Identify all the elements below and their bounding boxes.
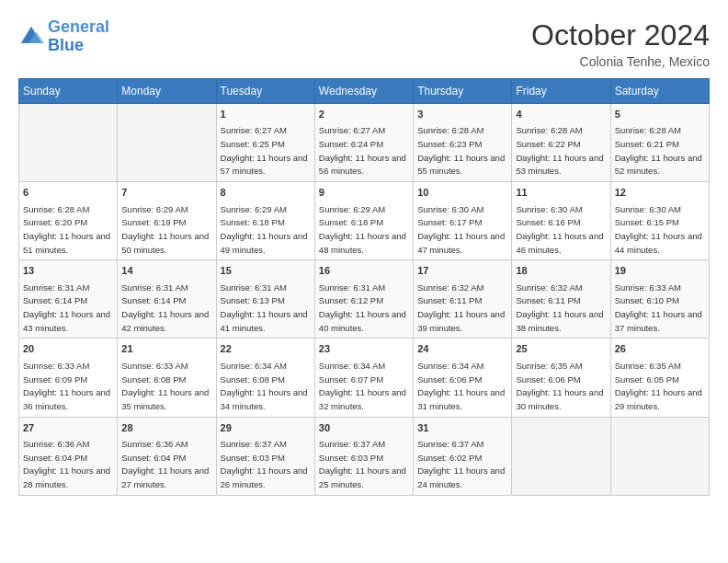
day-info: Sunrise: 6:37 AMSunset: 6:03 PMDaylight:… bbox=[319, 439, 406, 489]
day-info: Sunrise: 6:32 AMSunset: 6:11 PMDaylight:… bbox=[417, 282, 505, 333]
day-number: 31 bbox=[417, 421, 507, 435]
day-info: Sunrise: 6:30 AMSunset: 6:15 PMDaylight:… bbox=[615, 204, 702, 255]
calendar-cell: 10Sunrise: 6:30 AMSunset: 6:17 PMDayligh… bbox=[414, 182, 512, 260]
calendar-week-row: 20Sunrise: 6:33 AMSunset: 6:09 PMDayligh… bbox=[19, 339, 710, 417]
calendar-week-row: 13Sunrise: 6:31 AMSunset: 6:14 PMDayligh… bbox=[19, 260, 710, 339]
day-number: 15 bbox=[221, 264, 311, 278]
calendar-cell: 18Sunrise: 6:32 AMSunset: 6:11 PMDayligh… bbox=[512, 260, 610, 339]
calendar-cell: 5Sunrise: 6:28 AMSunset: 6:21 PMDaylight… bbox=[610, 104, 709, 182]
day-number: 20 bbox=[23, 342, 113, 356]
day-number: 27 bbox=[23, 421, 113, 435]
day-number: 24 bbox=[417, 342, 507, 356]
calendar-cell: 17Sunrise: 6:32 AMSunset: 6:11 PMDayligh… bbox=[414, 260, 512, 339]
calendar-cell: 6Sunrise: 6:28 AMSunset: 6:20 PMDaylight… bbox=[19, 182, 118, 260]
title-area: October 2024 Colonia Tenhe, Mexico bbox=[531, 18, 710, 69]
day-info: Sunrise: 6:28 AMSunset: 6:21 PMDaylight:… bbox=[615, 125, 702, 176]
calendar-cell: 26Sunrise: 6:35 AMSunset: 6:05 PMDayligh… bbox=[610, 339, 709, 417]
calendar-cell: 23Sunrise: 6:34 AMSunset: 6:07 PMDayligh… bbox=[314, 339, 413, 417]
day-info: Sunrise: 6:34 AMSunset: 6:07 PMDaylight:… bbox=[319, 361, 406, 411]
day-number: 16 bbox=[319, 264, 409, 278]
logo-line2: Blue bbox=[48, 36, 84, 54]
calendar-cell: 15Sunrise: 6:31 AMSunset: 6:13 PMDayligh… bbox=[216, 260, 314, 339]
day-info: Sunrise: 6:30 AMSunset: 6:16 PMDaylight:… bbox=[516, 204, 603, 255]
calendar-cell: 28Sunrise: 6:36 AMSunset: 6:04 PMDayligh… bbox=[118, 417, 216, 495]
month-title: October 2024 bbox=[531, 18, 710, 52]
day-number: 29 bbox=[221, 421, 311, 435]
day-info: Sunrise: 6:33 AMSunset: 6:08 PMDaylight:… bbox=[121, 361, 209, 411]
day-number: 2 bbox=[319, 108, 409, 121]
day-number: 7 bbox=[121, 186, 211, 200]
calendar-cell: 30Sunrise: 6:37 AMSunset: 6:03 PMDayligh… bbox=[314, 417, 413, 495]
day-info: Sunrise: 6:31 AMSunset: 6:12 PMDaylight:… bbox=[319, 282, 406, 333]
day-number: 1 bbox=[221, 108, 311, 121]
calendar-cell bbox=[512, 417, 610, 495]
calendar-cell: 20Sunrise: 6:33 AMSunset: 6:09 PMDayligh… bbox=[19, 339, 118, 417]
day-number: 26 bbox=[615, 342, 705, 356]
day-info: Sunrise: 6:28 AMSunset: 6:20 PMDaylight:… bbox=[23, 204, 110, 255]
logo-icon bbox=[18, 24, 44, 50]
day-number: 11 bbox=[516, 186, 606, 200]
day-info: Sunrise: 6:31 AMSunset: 6:14 PMDaylight:… bbox=[121, 282, 209, 333]
day-number: 18 bbox=[516, 264, 606, 278]
calendar-cell: 12Sunrise: 6:30 AMSunset: 6:15 PMDayligh… bbox=[610, 182, 709, 260]
calendar-cell: 31Sunrise: 6:37 AMSunset: 6:02 PMDayligh… bbox=[414, 417, 512, 495]
calendar-cell: 14Sunrise: 6:31 AMSunset: 6:14 PMDayligh… bbox=[118, 260, 216, 339]
day-number: 8 bbox=[221, 186, 311, 200]
calendar-week-row: 27Sunrise: 6:36 AMSunset: 6:04 PMDayligh… bbox=[19, 417, 710, 495]
day-info: Sunrise: 6:37 AMSunset: 6:02 PMDaylight:… bbox=[417, 439, 505, 489]
day-number: 4 bbox=[516, 108, 606, 121]
calendar-cell: 25Sunrise: 6:35 AMSunset: 6:06 PMDayligh… bbox=[512, 339, 610, 417]
day-number: 25 bbox=[516, 342, 606, 356]
calendar-cell: 24Sunrise: 6:34 AMSunset: 6:06 PMDayligh… bbox=[414, 339, 512, 417]
calendar-cell: 22Sunrise: 6:34 AMSunset: 6:08 PMDayligh… bbox=[216, 339, 314, 417]
header-saturday: Saturday bbox=[610, 79, 709, 104]
calendar-cell: 27Sunrise: 6:36 AMSunset: 6:04 PMDayligh… bbox=[19, 417, 118, 495]
header-sunday: Sunday bbox=[19, 79, 118, 104]
calendar-week-row: 6Sunrise: 6:28 AMSunset: 6:20 PMDaylight… bbox=[19, 182, 710, 260]
day-number: 28 bbox=[121, 421, 211, 435]
day-info: Sunrise: 6:36 AMSunset: 6:04 PMDaylight:… bbox=[23, 439, 110, 489]
day-info: Sunrise: 6:31 AMSunset: 6:14 PMDaylight:… bbox=[23, 282, 110, 333]
calendar-cell: 9Sunrise: 6:29 AMSunset: 6:18 PMDaylight… bbox=[314, 182, 413, 260]
header-wednesday: Wednesday bbox=[314, 79, 413, 104]
day-number: 21 bbox=[121, 342, 211, 356]
day-info: Sunrise: 6:32 AMSunset: 6:11 PMDaylight:… bbox=[516, 282, 603, 333]
header-tuesday: Tuesday bbox=[216, 79, 314, 104]
day-info: Sunrise: 6:34 AMSunset: 6:06 PMDaylight:… bbox=[417, 361, 505, 411]
logo-line1: General bbox=[48, 17, 109, 36]
day-info: Sunrise: 6:28 AMSunset: 6:23 PMDaylight:… bbox=[417, 125, 505, 176]
calendar-cell: 1Sunrise: 6:27 AMSunset: 6:25 PMDaylight… bbox=[216, 104, 314, 182]
calendar-cell bbox=[19, 104, 118, 182]
day-number: 14 bbox=[121, 264, 211, 278]
day-number: 23 bbox=[319, 342, 409, 356]
day-number: 12 bbox=[615, 186, 705, 200]
day-number: 13 bbox=[23, 264, 113, 278]
day-number: 22 bbox=[221, 342, 311, 356]
calendar-header-row: SundayMondayTuesdayWednesdayThursdayFrid… bbox=[19, 79, 710, 104]
day-info: Sunrise: 6:37 AMSunset: 6:03 PMDaylight:… bbox=[221, 439, 308, 489]
day-info: Sunrise: 6:27 AMSunset: 6:25 PMDaylight:… bbox=[221, 125, 308, 176]
header-thursday: Thursday bbox=[414, 79, 512, 104]
header-monday: Monday bbox=[118, 79, 216, 104]
day-number: 10 bbox=[417, 186, 507, 200]
calendar-cell: 7Sunrise: 6:29 AMSunset: 6:19 PMDaylight… bbox=[118, 182, 216, 260]
day-info: Sunrise: 6:29 AMSunset: 6:19 PMDaylight:… bbox=[121, 204, 209, 255]
header-friday: Friday bbox=[512, 79, 610, 104]
day-number: 3 bbox=[417, 108, 507, 121]
day-info: Sunrise: 6:35 AMSunset: 6:05 PMDaylight:… bbox=[615, 361, 702, 411]
day-info: Sunrise: 6:34 AMSunset: 6:08 PMDaylight:… bbox=[221, 361, 308, 411]
day-info: Sunrise: 6:30 AMSunset: 6:17 PMDaylight:… bbox=[417, 204, 505, 255]
day-number: 5 bbox=[615, 108, 705, 121]
calendar-week-row: 1Sunrise: 6:27 AMSunset: 6:25 PMDaylight… bbox=[19, 104, 710, 182]
calendar-cell bbox=[610, 417, 709, 495]
calendar-cell: 2Sunrise: 6:27 AMSunset: 6:24 PMDaylight… bbox=[314, 104, 413, 182]
day-info: Sunrise: 6:35 AMSunset: 6:06 PMDaylight:… bbox=[516, 361, 603, 411]
calendar-cell: 11Sunrise: 6:30 AMSunset: 6:16 PMDayligh… bbox=[512, 182, 610, 260]
day-info: Sunrise: 6:29 AMSunset: 6:18 PMDaylight:… bbox=[221, 204, 308, 255]
day-number: 6 bbox=[23, 186, 113, 200]
calendar-cell: 8Sunrise: 6:29 AMSunset: 6:18 PMDaylight… bbox=[216, 182, 314, 260]
day-number: 19 bbox=[615, 264, 705, 278]
day-info: Sunrise: 6:29 AMSunset: 6:18 PMDaylight:… bbox=[319, 204, 406, 255]
day-number: 17 bbox=[417, 264, 507, 278]
logo: General Blue bbox=[18, 18, 109, 55]
